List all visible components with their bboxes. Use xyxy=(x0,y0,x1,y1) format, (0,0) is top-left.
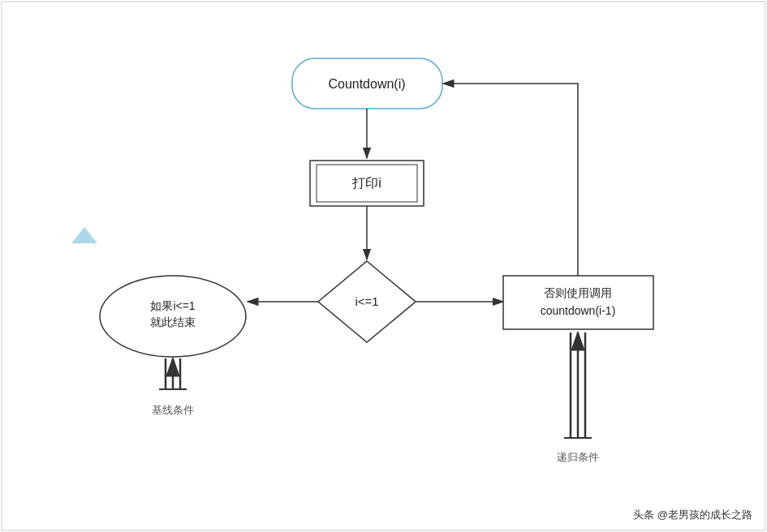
svg-text:否则使用调用: 否则使用调用 xyxy=(544,286,612,299)
svg-text:基线条件: 基线条件 xyxy=(152,404,194,416)
svg-rect-14 xyxy=(503,276,653,329)
watermark: 头条 @老男孩的成长之路 xyxy=(633,508,752,522)
svg-text:如果i<=1: 如果i<=1 xyxy=(150,299,195,312)
flowchart-svg: Countdown(i) 打印i i<=1 如果i<=1 就此结束 否则使用调用… xyxy=(0,0,767,532)
svg-marker-27 xyxy=(71,227,97,243)
svg-text:i<=1: i<=1 xyxy=(355,294,378,308)
svg-text:打印i: 打印i xyxy=(351,176,381,190)
svg-text:Countdown(i): Countdown(i) xyxy=(328,77,405,91)
svg-text:递归条件: 递归条件 xyxy=(557,451,599,463)
svg-text:就此结束: 就此结束 xyxy=(150,315,196,328)
flowchart-canvas: Countdown(i) 打印i i<=1 如果i<=1 就此结束 否则使用调用… xyxy=(0,0,767,532)
svg-text:countdown(i-1): countdown(i-1) xyxy=(541,304,616,317)
